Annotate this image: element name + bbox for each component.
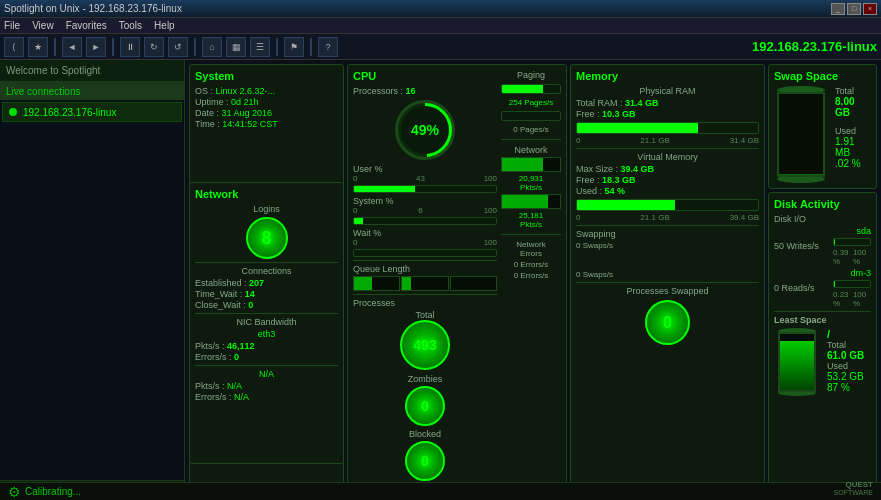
calibrating-icon: ⚙ [8, 484, 21, 500]
swap-pct: .02 % [835, 158, 871, 169]
swap-content: Total 8.00 GB Used 1.91 MB .02 % [774, 86, 871, 183]
toolbar-btn-chart[interactable]: ▦ [226, 37, 246, 57]
writes-label: 50 Writes/s [774, 241, 829, 251]
eth3-pkts-row: Pkts/s : 46,112 [195, 341, 338, 351]
zombies-label: Zombies [353, 374, 497, 384]
toolbar-btn-2[interactable]: ★ [28, 37, 48, 57]
memory-title: Memory [576, 70, 759, 82]
virtual-label: Virtual Memory [576, 152, 759, 162]
cpu-title: CPU [353, 70, 497, 82]
swap-total-value: 8.00 GB [835, 96, 871, 118]
connection-item[interactable]: 192.168.23.176-linux [2, 102, 182, 122]
dm3-scale: 0.23 % 100 % [833, 290, 871, 308]
eth3-pkts-value: 46,112 [227, 341, 255, 351]
total-label: Total [353, 310, 497, 320]
toolbar-separator-2 [112, 38, 114, 56]
user-fill [354, 186, 415, 192]
net-errors1: 0 Errors/s [501, 260, 561, 269]
toolbar-btn-refresh[interactable]: ↻ [144, 37, 164, 57]
physical-label: Physical RAM [576, 86, 759, 96]
toolbar-btn-back[interactable]: ◄ [62, 37, 82, 57]
established-row: Established : 207 [195, 278, 338, 288]
menu-file[interactable]: File [4, 20, 20, 31]
toolbar-separator-3 [194, 38, 196, 56]
calibrating-label: Calibrating... [25, 486, 81, 497]
queue-sparkline [353, 276, 497, 291]
ram-progress [576, 122, 759, 134]
ls-total-value: 61.0 GB [827, 350, 864, 361]
date-label: Date : [195, 108, 219, 118]
total-ram-row: Total RAM : 31.4 GB [576, 98, 759, 108]
main-content: Welcome to Spotlight Live connections 19… [0, 60, 881, 498]
ls-fill [780, 341, 814, 390]
vm-scale: 0 21.1 GB 39.4 GB [576, 213, 759, 222]
network-title: Network [195, 188, 338, 200]
toolbar-btn-1[interactable]: ⟨ [4, 37, 24, 57]
quest-logo: QUEST SOFTWARE [834, 480, 873, 496]
queue-label: Queue Length [353, 264, 497, 274]
swaps1: 0 Swaps/s [576, 241, 616, 250]
proc-swapped-label: Processes Swapped [576, 286, 759, 296]
eth3-label: eth3 [195, 329, 338, 339]
memory-panel: Memory Physical RAM Total RAM : 31.4 GB … [570, 64, 765, 494]
user-label: User % [353, 164, 497, 174]
least-space-label: Least Space [774, 315, 871, 325]
wait-label: Wait % [353, 228, 497, 238]
uptime-row: Uptime : 0d 21h [195, 97, 338, 107]
ls-used-label: Used [827, 361, 864, 371]
menu-view[interactable]: View [32, 20, 54, 31]
na-label: N/A [195, 369, 338, 379]
toolbar-btn-alert[interactable]: ⚑ [284, 37, 304, 57]
os-row: OS : Linux 2.6.32-... [195, 86, 338, 96]
time-label: Time : [195, 119, 220, 129]
eth3-errors-row: Errors/s : 0 [195, 352, 338, 362]
date-value: 31 Aug 2016 [222, 108, 273, 118]
vm-progress [576, 199, 759, 211]
toolbar-btn-list[interactable]: ☰ [250, 37, 270, 57]
minimize-button[interactable]: _ [831, 3, 845, 15]
swapping-label: Swapping [576, 229, 616, 239]
menu-tools[interactable]: Tools [119, 20, 142, 31]
toolbar-btn-3[interactable]: ↺ [168, 37, 188, 57]
vm-free-row: Free : 18.3 GB [576, 175, 759, 185]
sda-scale: 0.39 % 100 % [833, 248, 871, 266]
ls-used-value: 53.2 GB [827, 371, 864, 382]
uptime-label: Uptime : [195, 97, 229, 107]
swap-used-value: 1.91 MB [835, 136, 871, 158]
toolbar-btn-home[interactable]: ⌂ [202, 37, 222, 57]
system-cpu-label: System % [353, 196, 497, 206]
wait-progress [353, 249, 497, 257]
swap-panel: Swap Space Total 8. [768, 64, 877, 189]
timewait-value: 14 [245, 289, 255, 299]
net-pkts1: 20,931 Pkts/s [501, 174, 561, 192]
sidebar: Welcome to Spotlight Live connections 19… [0, 60, 185, 498]
least-space-content: / Total 61.0 GB Used 53.2 GB 87 % [774, 328, 871, 396]
toolbar-btn-pause[interactable]: ⏸ [120, 37, 140, 57]
dm3-row: 0 Reads/s dm-3 0.23 % 100 % [774, 268, 871, 308]
menu-help[interactable]: Help [154, 20, 175, 31]
eth3-errors-value: 0 [234, 352, 239, 362]
connection-status-dot [9, 108, 17, 116]
live-connections-label: Live connections [6, 86, 81, 97]
toolbar-btn-help[interactable]: ? [318, 37, 338, 57]
dm3-progress [833, 280, 871, 288]
cpu-panel: CPU Processors : 16 49% User % 0 43 [347, 64, 567, 494]
vm-max-value: 39.4 GB [621, 164, 655, 174]
closewait-row: Close_Wait : 0 [195, 300, 338, 310]
toolbar-btn-forward[interactable]: ► [86, 37, 106, 57]
processors-row: Processors : 16 [353, 86, 497, 96]
toolbar-separator-5 [310, 38, 312, 56]
ram-fill [577, 123, 698, 133]
paging-label: Paging [501, 70, 561, 80]
paging-bar2 [501, 111, 561, 121]
maximize-button[interactable]: □ [847, 3, 861, 15]
wait-scale: 0 100 [353, 238, 497, 247]
close-button[interactable]: × [863, 3, 877, 15]
sda-row: 50 Writes/s sda 0.39 % 100 % [774, 226, 871, 266]
status-bar: ⚙ Calibrating... [0, 482, 881, 500]
user-progress [353, 185, 497, 193]
menu-favorites[interactable]: Favorites [66, 20, 107, 31]
cpu-gauge-container: 49% [353, 100, 497, 160]
vm-free-value: 18.3 GB [602, 175, 636, 185]
reads-label: 0 Reads/s [774, 283, 829, 293]
